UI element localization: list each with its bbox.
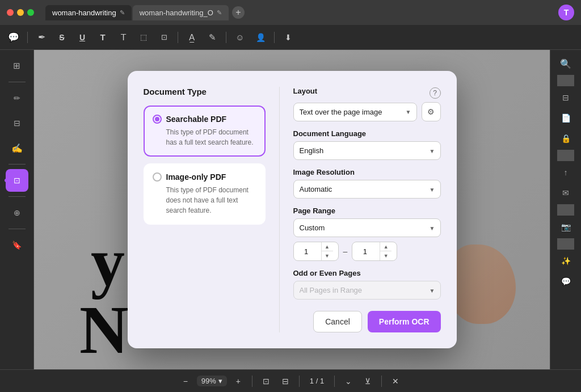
- resolution-field-row: Image Resolution Automatic 72 DPI 150 DP…: [293, 168, 441, 199]
- page-to-up[interactable]: ▲: [380, 242, 391, 251]
- zoom-out-btn[interactable]: −: [178, 373, 193, 389]
- right-chat-btn[interactable]: 💬: [557, 272, 575, 290]
- comment-btn[interactable]: 💬: [5, 28, 23, 47]
- minimize-button[interactable]: [17, 9, 24, 16]
- bottom-sep-1: [252, 376, 252, 387]
- image-btn[interactable]: ⬚: [134, 28, 153, 47]
- right-camera-btn[interactable]: 📷: [557, 218, 575, 236]
- right-sidebar: 🔍 ⊟ 📄 🔒 ↑ ✉ 📷 ✨ 💬: [550, 50, 581, 369]
- sidebar-bookmark[interactable]: 🔖: [6, 234, 28, 256]
- right-sep-1: [557, 75, 574, 86]
- fit-page-btn[interactable]: ⊡: [258, 373, 274, 389]
- image-only-pdf-header: Image-only PDF: [153, 172, 256, 182]
- bottom-sep-3: [334, 376, 335, 387]
- right-panel-btn[interactable]: ⊟: [557, 88, 575, 107]
- tab-1-edit-icon[interactable]: ✎: [120, 9, 125, 16]
- help-icon[interactable]: ?: [430, 87, 441, 99]
- tab-2[interactable]: woman-handwriting_O ✎: [133, 5, 229, 20]
- ocr-dialog: Document Type Searchable PDF This type o…: [128, 71, 457, 348]
- maximize-button[interactable]: [27, 9, 34, 16]
- text-btn[interactable]: T: [94, 28, 112, 47]
- highlight-btn[interactable]: A̲: [183, 28, 201, 47]
- nav-down-btn[interactable]: ⌄: [340, 373, 356, 389]
- image-only-pdf-name: Image-only PDF: [166, 172, 226, 182]
- language-field-row: Document Language English French German …: [293, 129, 441, 160]
- crop-btn[interactable]: ⊡: [155, 28, 173, 47]
- image-only-pdf-radio[interactable]: [153, 172, 162, 182]
- tab-1[interactable]: woman-handwriting ✎: [45, 5, 132, 20]
- sidebar-sep-1: [9, 82, 26, 82]
- sidebar-sep-4: [9, 229, 26, 229]
- traffic-lights: [7, 9, 34, 16]
- right-magic-btn[interactable]: ✨: [557, 252, 575, 270]
- page-range-inputs: ▲ ▼ – ▲ ▼: [293, 242, 441, 261]
- page-to-down[interactable]: ▼: [380, 251, 391, 260]
- sidebar-thumbnails[interactable]: ⊞: [6, 54, 28, 77]
- user-btn[interactable]: 👤: [251, 28, 270, 47]
- title-bar: woman-handwriting ✎ woman-handwriting_O …: [0, 0, 581, 25]
- nav-down-end-btn[interactable]: ⊻: [360, 373, 376, 389]
- text-alt-btn[interactable]: 𝖳: [114, 28, 132, 47]
- zoom-chevron[interactable]: ▾: [218, 377, 222, 385]
- sidebar-layers[interactable]: ⊕: [6, 201, 28, 224]
- face-btn[interactable]: ☺: [231, 28, 249, 47]
- fit-width-btn[interactable]: ⊟: [277, 373, 293, 389]
- page-to-spinner-btns: ▲ ▼: [380, 242, 391, 260]
- sidebar-forms[interactable]: ⊟: [6, 112, 28, 134]
- right-mail-btn[interactable]: ✉: [557, 184, 575, 202]
- image-only-pdf-desc: This type of PDF document does not have …: [153, 185, 256, 216]
- searchable-pdf-card[interactable]: Searchable PDF This type of PDF document…: [144, 106, 266, 157]
- strikethrough-btn[interactable]: S: [53, 28, 71, 47]
- sidebar-edit[interactable]: ✏: [6, 87, 28, 109]
- language-select-wrapper: English French German Spanish ▼: [293, 141, 441, 160]
- modal-footer: Cancel Perform OCR: [293, 311, 441, 332]
- toolbar: 💬 ✒ S U T 𝖳 ⬚ ⊡ A̲ ✎ ☺ 👤 ⬇: [0, 25, 581, 50]
- searchable-pdf-name: Searchable PDF: [166, 115, 227, 124]
- cancel-button[interactable]: Cancel: [313, 311, 362, 332]
- odd-even-select[interactable]: All Pages in Range Odd Pages Only Even P…: [293, 281, 441, 300]
- close-view-btn[interactable]: ✕: [388, 373, 403, 389]
- page-range-select[interactable]: All Pages Current Page Custom: [293, 218, 441, 237]
- language-label: Document Language: [293, 129, 441, 138]
- page-from-spinner-btns: ▲ ▼: [321, 242, 333, 260]
- draw-btn[interactable]: ✎: [203, 28, 221, 47]
- zoom-in-btn[interactable]: +: [230, 373, 246, 389]
- left-sidebar: ⊞ ✏ ⊟ ✍ ⊡ ⊕ 🔖: [0, 50, 34, 369]
- language-select[interactable]: English French German Spanish: [293, 141, 441, 160]
- sidebar-sign[interactable]: ✍: [6, 137, 28, 159]
- layout-select[interactable]: Text over the page image Text below the …: [293, 103, 417, 121]
- page-from-up[interactable]: ▲: [322, 242, 333, 251]
- right-sep-4: [557, 238, 574, 250]
- right-share-btn[interactable]: ↑: [557, 163, 575, 182]
- bottom-sep-4: [381, 376, 382, 387]
- right-page-btn[interactable]: 📄: [557, 109, 575, 127]
- underline-btn[interactable]: U: [73, 28, 91, 47]
- tab-2-edit-icon[interactable]: ✎: [217, 9, 222, 16]
- tab-2-label: woman-handwriting_O: [140, 9, 213, 17]
- image-only-pdf-card[interactable]: Image-only PDF This type of PDF document…: [144, 163, 266, 225]
- page-from-input[interactable]: [294, 243, 319, 260]
- add-tab-button[interactable]: +: [232, 6, 245, 19]
- right-lock-btn[interactable]: 🔒: [557, 129, 575, 147]
- searchable-pdf-radio[interactable]: [153, 115, 162, 124]
- bottom-sep-2: [299, 376, 300, 387]
- right-sep-2: [557, 150, 574, 161]
- toolbar-sep-4: [274, 32, 275, 43]
- active-indicator: [5, 179, 8, 182]
- resolution-select[interactable]: Automatic 72 DPI 150 DPI 300 DPI: [293, 180, 441, 199]
- page-to-input[interactable]: [352, 243, 377, 260]
- tab-1-label: woman-handwriting: [52, 9, 116, 17]
- page-from-down[interactable]: ▼: [322, 251, 333, 260]
- page-range-field-row: Page Range All Pages Current Page Custom…: [293, 206, 441, 261]
- sidebar-ocr[interactable]: ⊡: [6, 169, 28, 192]
- perform-ocr-button[interactable]: Perform OCR: [368, 311, 441, 332]
- layout-settings-button[interactable]: ⚙: [422, 102, 441, 121]
- layout-header: Layout ?: [293, 87, 441, 99]
- close-button[interactable]: [7, 9, 14, 16]
- toolbar-sep-2: [178, 32, 178, 43]
- page-range-label: Page Range: [293, 206, 441, 215]
- stamp-btn[interactable]: ⬇: [279, 28, 297, 47]
- pen-btn[interactable]: ✒: [32, 28, 50, 47]
- right-search-btn[interactable]: 🔍: [557, 54, 575, 73]
- zoom-value: 99%: [201, 377, 216, 385]
